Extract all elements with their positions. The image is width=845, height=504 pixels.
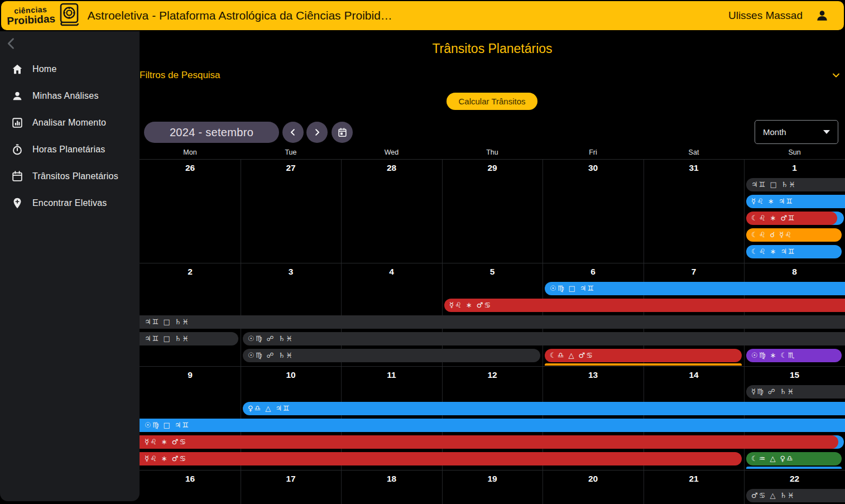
calendar-icon	[11, 170, 23, 183]
app-header: ciências Proibidas Astroeletiva - Plataf…	[1, 1, 844, 30]
week-row: 2345678☉♍ □ ♃♊☿♌ ∗ ♂♋♃♊ □ ♄♓♃♊ □ ♄♓☉♍ ☍ …	[140, 263, 845, 367]
calendar-event[interactable]: ☉♍ ∗ ☾♏	[746, 349, 842, 362]
calendar-event[interactable]: ☿♌ ∗ ♂♋	[140, 452, 742, 465]
date-number: 5	[442, 267, 542, 277]
calendar-event[interactable]: ♃♊ □ ♄♓	[140, 315, 845, 329]
day-header-row: MonTueWedThuFriSatSun	[140, 148, 845, 159]
date-number: 12	[442, 370, 542, 380]
date-number: 29	[442, 163, 542, 173]
calendar-event-clipped[interactable]	[545, 363, 742, 366]
calendar-grid: 2627282930311♃♊ □ ♄♓☿♌ ∗ ♃♊☾♌ ∗ ♂♊☾♌ ☌ ☿…	[140, 159, 845, 504]
date-number: 26	[140, 163, 241, 173]
home-icon	[11, 63, 23, 75]
sidebar-nav: Home Minhas Análises Analisar Momento Ho…	[0, 56, 140, 217]
calendar-event[interactable]: ☿♌ ∗ ♂♋	[444, 299, 845, 312]
sidebar-item-encontrar-eletivas[interactable]: Encontrar Eletivas	[0, 190, 140, 217]
view-select[interactable]: Month	[755, 120, 838, 144]
chevron-down-icon[interactable]	[830, 70, 842, 81]
sidebar-item-horas-planetarias[interactable]: Horas Planetárias	[0, 136, 140, 163]
date-number: 1	[744, 163, 845, 173]
day-header: Fri	[542, 148, 644, 156]
next-month-button[interactable]	[306, 122, 328, 143]
day-header: Wed	[341, 148, 442, 156]
calendar-event[interactable]: ☾♎ △ ♂♋	[545, 349, 742, 362]
date-number: 14	[644, 370, 744, 380]
date-number: 31	[644, 163, 744, 173]
brand-name-line2: Proibidas	[7, 13, 55, 27]
date-number: 4	[341, 267, 442, 277]
calendar-event[interactable]: ☉♍ ☍ ♄♓	[243, 349, 540, 362]
date-number: 30	[542, 163, 644, 173]
calendar-event[interactable]: ♀♎ △ ♃♊	[243, 402, 845, 415]
sidebar: Home Minhas Análises Analisar Momento Ho…	[0, 31, 140, 501]
date-number: 2	[140, 267, 241, 277]
day-header: Thu	[442, 148, 542, 156]
app-title: Astroeletiva - Plataforma Astrológica da…	[88, 9, 392, 22]
sidebar-item-analisar-momento[interactable]: Analisar Momento	[0, 109, 140, 136]
sidebar-item-home[interactable]: Home	[0, 56, 140, 83]
calendar-event[interactable]: ☾♒ △ ♀♎	[746, 452, 842, 465]
calendar-event[interactable]: ☉♍ □ ♃♊	[545, 282, 845, 295]
calendar-event[interactable]: ☾♌ ∗ ♂♊	[746, 212, 837, 225]
date-number: 9	[140, 370, 241, 380]
calculate-transits-button[interactable]: Calcular Trânsitos	[446, 93, 537, 110]
select-arrow-icon	[823, 130, 830, 134]
calendar-event[interactable]: ☾♌ ☌ ☿♌	[746, 228, 842, 242]
calendar-today-button[interactable]	[332, 122, 353, 143]
calendar-event[interactable]: ☾♌ ∗ ♃♊	[746, 245, 842, 258]
date-number: 3	[241, 267, 341, 277]
period-label[interactable]: 2024 - setembro	[144, 122, 279, 143]
account-icon[interactable]	[815, 8, 829, 23]
date-number: 19	[442, 474, 542, 484]
date-number: 20	[542, 474, 644, 484]
date-number: 18	[341, 474, 442, 484]
calendar-event[interactable]: ☿♌ ∗ ♂♋	[140, 435, 838, 449]
person-icon	[11, 90, 23, 102]
calendar-event[interactable]: ☿♌ ∗ ♃♊	[746, 195, 845, 208]
calendar-event[interactable]: ♃♊ □ ♄♓	[746, 178, 845, 191]
week-row: 9101112131415☿♍ ☍ ♄♓♀♎ △ ♃♊☉♍ □ ♃♊☿♌ ∗ ♂…	[140, 366, 845, 470]
calendar-event[interactable]: ☿♍ ☍ ♄♓	[746, 385, 845, 399]
date-number: 28	[341, 163, 442, 173]
book-logo-icon	[59, 3, 80, 28]
date-number: 6	[542, 267, 644, 277]
day-header: Mon	[140, 148, 241, 156]
calendar-event-clipped[interactable]	[746, 467, 842, 469]
timer-icon	[11, 143, 23, 156]
analytics-icon	[11, 117, 23, 129]
filters-label: Filtros de Pesquisa	[140, 70, 220, 81]
date-number: 8	[744, 267, 845, 277]
day-header: Tue	[241, 148, 341, 156]
location-pin-icon	[11, 197, 23, 209]
sidebar-item-transitos-planetarios[interactable]: Trânsitos Planetários	[0, 163, 140, 190]
week-row: 16171819202122♂♋ △ ♄♓	[140, 470, 845, 504]
day-header: Sat	[644, 148, 744, 156]
calendar-event[interactable]: ♂♋ △ ♄♓	[746, 489, 845, 502]
collapse-sidebar-icon[interactable]	[3, 36, 19, 51]
sidebar-item-minhas-analises[interactable]: Minhas Análises	[0, 83, 140, 109]
calendar-event[interactable]: ♃♊ □ ♄♓	[140, 332, 238, 345]
view-select-value: Month	[763, 127, 786, 137]
day-header: Sun	[744, 148, 845, 156]
brand-logo: ciências Proibidas	[7, 3, 80, 28]
date-number: 7	[644, 267, 744, 277]
calendar-event[interactable]: ☉♍ ☍ ♄♓	[243, 332, 845, 345]
date-number: 11	[341, 370, 442, 380]
page-title: Trânsitos Planetários	[140, 41, 845, 56]
filters-panel-header[interactable]: Filtros de Pesquisa	[140, 68, 842, 83]
app-root: ciências Proibidas Astroeletiva - Plataf…	[0, 0, 845, 504]
date-number: 16	[140, 474, 241, 484]
week-row: 2627282930311♃♊ □ ♄♓☿♌ ∗ ♃♊☾♌ ∗ ♂♊☾♌ ☌ ☿…	[140, 159, 845, 263]
date-number: 17	[241, 474, 341, 484]
date-number: 10	[241, 370, 341, 380]
date-number: 15	[744, 370, 845, 380]
prev-month-button[interactable]	[282, 122, 304, 143]
calendar-event[interactable]: ☉♍ □ ♃♊	[140, 419, 845, 432]
user-name: Ulisses Massad	[728, 9, 803, 22]
date-number: 22	[744, 474, 845, 484]
date-number: 27	[241, 163, 341, 173]
date-number: 21	[644, 474, 744, 484]
date-number: 13	[542, 370, 644, 380]
